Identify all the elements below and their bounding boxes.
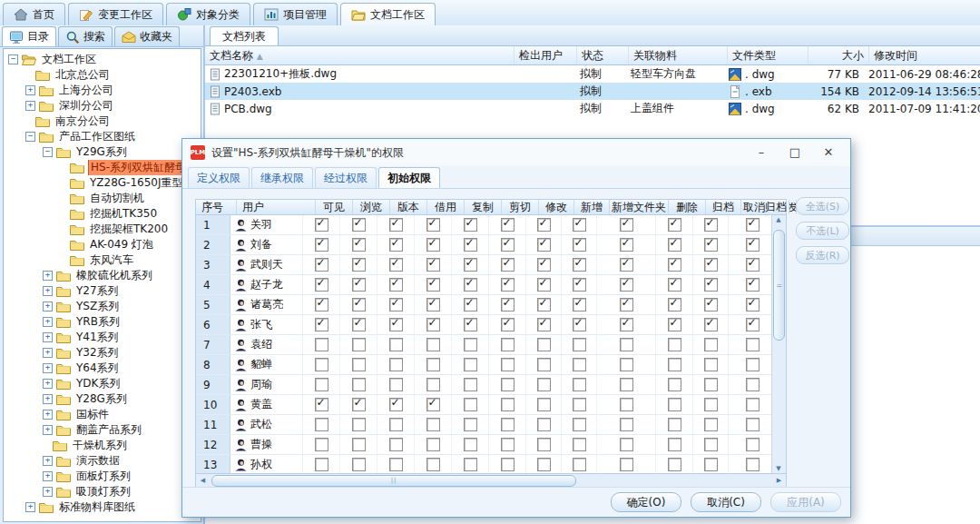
permission-checkbox[interactable]	[501, 318, 514, 331]
permission-checkbox[interactable]	[704, 458, 718, 471]
permission-checkbox[interactable]	[389, 418, 403, 431]
close-button[interactable]: ✕	[815, 139, 842, 166]
tree-toggle-plus-icon[interactable]: +	[43, 332, 53, 342]
table-row[interactable]: 3武则天	[196, 255, 786, 275]
permission-checkbox[interactable]	[537, 298, 551, 311]
scroll-down-icon[interactable]: ▼	[772, 465, 785, 472]
permission-checkbox[interactable]	[464, 438, 477, 451]
table-row[interactable]: 22301210+推板.dwg拟制轻型车方向盘. dwg77 KB2011-06…	[205, 65, 980, 83]
tree-item[interactable]: 干燥机系列	[4, 438, 201, 453]
permission-checkbox[interactable]	[573, 418, 586, 431]
column-header[interactable]: 大小	[808, 46, 869, 64]
permission-checkbox[interactable]	[620, 238, 633, 252]
permission-checkbox[interactable]	[426, 238, 440, 252]
dialog-tab-3[interactable]: 初始权限	[378, 167, 440, 188]
horizontal-scrollbar[interactable]: ◀ || ▶	[195, 474, 787, 488]
tab-document-list[interactable]: 文档列表	[210, 26, 279, 45]
toolbar-tab-3[interactable]: 项目管理	[253, 3, 338, 25]
permission-checkbox[interactable]	[389, 338, 403, 351]
permission-checkbox[interactable]	[426, 398, 440, 411]
permission-checkbox[interactable]	[573, 378, 586, 391]
permission-checkbox[interactable]	[352, 378, 366, 391]
permission-checkbox[interactable]	[620, 318, 633, 331]
table-row[interactable]: 6张飞	[196, 315, 786, 335]
permission-checkbox[interactable]	[352, 298, 366, 311]
permission-checkbox[interactable]	[704, 238, 718, 252]
permission-checkbox[interactable]	[620, 278, 633, 292]
tree-item[interactable]: 南京分公司	[4, 114, 201, 129]
permission-checkbox[interactable]	[704, 218, 718, 232]
dialog-titlebar[interactable]: PLM 设置"HS-系列双烘缸酵母干燥机"的权限 – □ ✕	[182, 139, 850, 166]
permission-checkbox[interactable]	[426, 438, 440, 451]
permission-checkbox[interactable]	[389, 238, 403, 252]
permission-checkbox[interactable]	[704, 258, 718, 272]
permission-checkbox[interactable]	[389, 378, 403, 391]
permission-checkbox[interactable]	[464, 378, 477, 391]
permission-checkbox[interactable]	[573, 438, 586, 451]
dialog-tab-2[interactable]: 经过权限	[315, 167, 377, 188]
permission-checkbox[interactable]	[668, 358, 681, 371]
table-row[interactable]: 10黄盖	[196, 395, 786, 415]
permission-checkbox[interactable]	[537, 318, 551, 331]
toolbar-tab-2[interactable]: 对象分类	[166, 3, 250, 25]
permission-checkbox[interactable]	[501, 358, 514, 371]
toolbar-tab-4[interactable]: 文档工作区	[340, 3, 436, 25]
permission-checkbox[interactable]	[668, 298, 681, 311]
vertical-scrollbar[interactable]: ▲ = ▼	[771, 215, 786, 473]
permission-checkbox[interactable]	[501, 398, 514, 411]
permission-checkbox[interactable]	[501, 458, 514, 471]
column-header[interactable]: 状态	[577, 46, 629, 64]
tree-item[interactable]: HS-系列双烘缸酵母干燥机	[4, 160, 201, 175]
sidebar-tab-1[interactable]: 搜索	[58, 26, 113, 46]
tree-toggle-plus-icon[interactable]: +	[43, 348, 53, 358]
tree-item[interactable]: +吸顶灯系列	[4, 484, 201, 499]
permission-checkbox[interactable]	[315, 338, 328, 351]
select-all-button[interactable]: 全选(S)	[796, 197, 849, 215]
permission-checkbox[interactable]	[537, 258, 551, 272]
tree-item[interactable]: 挖掘架框TK200	[4, 222, 201, 237]
table-row[interactable]: 4赵子龙	[196, 275, 786, 295]
permission-checkbox[interactable]	[426, 318, 440, 331]
permission-checkbox[interactable]	[704, 338, 718, 351]
tree-toggle-plus-icon[interactable]: +	[43, 487, 53, 497]
tree-item[interactable]: 自动切割机	[4, 191, 201, 206]
permission-checkbox[interactable]	[746, 278, 760, 292]
permission-checkbox[interactable]	[352, 278, 366, 292]
tree-item[interactable]: +Y27系列	[4, 283, 201, 299]
permission-checkbox[interactable]	[315, 458, 328, 471]
permission-checkbox[interactable]	[573, 258, 586, 272]
permission-checkbox[interactable]	[668, 258, 681, 272]
permission-checkbox[interactable]	[668, 218, 681, 232]
tree-toggle-plus-icon[interactable]: +	[43, 379, 53, 389]
permission-checkbox[interactable]	[704, 278, 718, 292]
permission-checkbox[interactable]	[315, 418, 328, 431]
permission-checkbox[interactable]	[668, 238, 681, 252]
apply-button[interactable]: 应用(A)	[770, 492, 841, 512]
tree-item[interactable]: YZ28G-1650J重型液压机	[4, 175, 201, 191]
permission-checkbox[interactable]	[426, 378, 440, 391]
column-header[interactable]: 检出用户	[514, 46, 577, 64]
tree-item[interactable]: −Y29G系列	[4, 144, 201, 160]
tree-item[interactable]: 北京总公司	[4, 67, 201, 83]
tree-item[interactable]: +橡胶硫化机系列	[4, 268, 201, 283]
permission-checkbox[interactable]	[464, 458, 477, 471]
permission-checkbox[interactable]	[573, 298, 586, 311]
sidebar-tab-0[interactable]: 目录	[2, 26, 56, 46]
tree-toggle-plus-icon[interactable]: +	[43, 286, 53, 296]
permission-checkbox[interactable]	[573, 358, 586, 371]
permission-checkbox[interactable]	[464, 358, 477, 371]
table-row[interactable]: 9周瑜	[196, 375, 786, 395]
permission-checkbox[interactable]	[704, 298, 718, 311]
permission-checkbox[interactable]	[746, 218, 760, 232]
permission-checkbox[interactable]	[389, 358, 403, 371]
permission-checkbox[interactable]	[389, 258, 403, 272]
table-row[interactable]: 2刘备	[196, 235, 786, 255]
permission-checkbox[interactable]	[426, 358, 440, 371]
tree-toggle-plus-icon[interactable]: +	[43, 456, 53, 466]
permission-checkbox[interactable]	[389, 318, 403, 331]
permission-checkbox[interactable]	[315, 398, 328, 411]
permission-checkbox[interactable]	[315, 378, 328, 391]
tree-item[interactable]: +标准物料库图纸	[4, 499, 201, 515]
permission-checkbox[interactable]	[501, 378, 514, 391]
tree-toggle-plus-icon[interactable]: +	[43, 271, 53, 281]
